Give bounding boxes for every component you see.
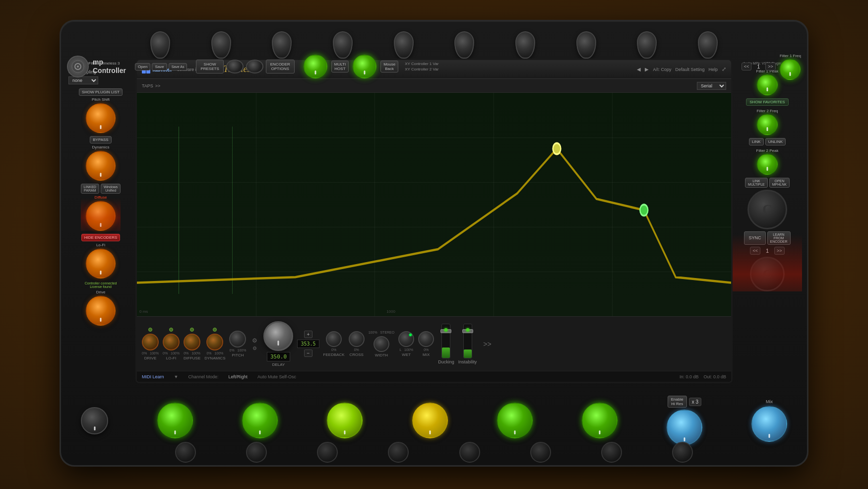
drive-knob-small[interactable] <box>142 334 159 350</box>
windows-unified-button[interactable]: WindowsUnified <box>101 184 121 194</box>
delay-knob-big[interactable] <box>263 321 293 351</box>
bottom-green-knob-4[interactable] <box>582 403 618 438</box>
instability-track[interactable] <box>463 324 472 358</box>
small-knob-bottom-7[interactable] <box>601 442 622 463</box>
delay-plus-button[interactable]: + <box>304 331 313 338</box>
expand-arrows[interactable]: >> <box>483 340 491 348</box>
diffuse-knob-small[interactable] <box>184 334 200 350</box>
filter2-freq-knob[interactable] <box>757 114 778 135</box>
diffuse-knob[interactable] <box>86 201 116 231</box>
top-knob-8[interactable] <box>576 31 596 59</box>
counter-2-display: << 1 >> <box>750 247 784 255</box>
show-favorites-button[interactable]: SHOW FAVORITES <box>746 98 788 106</box>
open-button[interactable]: Open <box>135 63 151 70</box>
cross-knob[interactable] <box>349 331 365 347</box>
oversampling-select[interactable]: none 2x 4x <box>68 76 98 84</box>
bottom-left-dark-knob[interactable] <box>81 407 108 434</box>
counter1-left-btn[interactable]: << <box>742 63 752 70</box>
linked-param-button[interactable]: LINKEDPARAM <box>81 184 99 194</box>
counter1-right-btn[interactable]: >> <box>765 63 776 70</box>
link-multiple-button[interactable]: LINKMULTIPLE <box>745 178 768 188</box>
lofi-knob-small[interactable] <box>163 334 180 350</box>
dropdown-arrow[interactable]: ▼ <box>174 374 179 379</box>
feedback-range: 0% <box>331 348 336 351</box>
small-knob-bottom-4[interactable] <box>388 442 409 463</box>
link-button[interactable]: LINK <box>749 138 764 145</box>
bypass-button[interactable]: BYPASS <box>90 136 111 143</box>
top-knob-1[interactable] <box>150 31 170 59</box>
filter2-peak-knob[interactable] <box>757 154 778 175</box>
feedback-knob[interactable] <box>326 331 342 347</box>
bottom-green-knob-2[interactable] <box>242 403 278 438</box>
top-knob-2[interactable] <box>211 31 231 59</box>
filter1-freq-section: Filter 1 Freq <box>780 54 801 80</box>
big-right-knob-2[interactable]: C <box>750 257 785 291</box>
dynamics-knob-small[interactable] <box>206 334 223 350</box>
filter2-peak-label: Filter 2 Peak <box>756 148 779 153</box>
save-as-button[interactable]: Save As <box>169 63 187 70</box>
top-knob-10[interactable] <box>698 31 718 59</box>
wet-knob[interactable] <box>398 331 414 347</box>
xy-controller-2-knob[interactable] <box>353 55 376 78</box>
dynamics-range: 0% 100% <box>206 351 223 355</box>
pitch-knob-small[interactable] <box>229 331 246 348</box>
counter2-left-btn[interactable]: << <box>750 247 760 255</box>
wet-led <box>409 334 412 336</box>
plugin-controls: 0% 100% DRIVE 0% 100% LO-FI <box>137 316 731 371</box>
serial-select[interactable]: Serial Parallel <box>697 82 726 90</box>
lo-fi-knob[interactable] <box>86 249 116 279</box>
bottom-yellow-knob[interactable] <box>412 403 448 438</box>
drive-knob[interactable] <box>86 296 116 326</box>
feedback-param: 0% FEEDBACK <box>323 331 345 357</box>
small-knob-bottom-6[interactable] <box>530 442 551 463</box>
settings-icon-2[interactable]: ⚙ <box>252 346 257 351</box>
unlink-button[interactable]: UNLINK <box>765 138 786 145</box>
right-bottom-section: LINKMULTIPLE OPENMPHLNK C SYNC LEARNFROM… <box>733 178 802 291</box>
show-presets-button[interactable]: SHOWPRESETS <box>196 60 223 73</box>
preset-knob-2[interactable] <box>246 60 263 73</box>
xy-controller-1-knob[interactable] <box>304 55 327 78</box>
midi-learn-button[interactable]: MIDI Learn <box>142 374 164 379</box>
small-knob-bottom-1[interactable] <box>175 442 196 463</box>
save-button[interactable]: Save <box>152 63 167 70</box>
big-right-knob[interactable]: C <box>747 190 787 229</box>
delay-minus-button[interactable]: − <box>304 349 313 357</box>
filter1-freq-knob[interactable] <box>780 59 801 80</box>
diffuse-label: Diffuse <box>95 195 107 200</box>
hide-encoders-button[interactable]: HIDE ENCODERS <box>81 234 121 241</box>
width-knob[interactable] <box>373 336 389 352</box>
bottom-blue-knob-2[interactable] <box>751 406 787 442</box>
dynamics-knob[interactable] <box>86 151 116 181</box>
instability-led <box>466 328 469 332</box>
ducking-track[interactable] <box>441 324 450 358</box>
top-knob-3[interactable] <box>272 31 292 59</box>
bottom-knob-green-1 <box>157 403 193 438</box>
multihost-button[interactable]: MULTI HOST <box>331 61 349 72</box>
taps-label: TAPS <box>142 83 153 88</box>
top-knobs-row <box>130 21 738 59</box>
small-knob-bottom-5[interactable] <box>459 442 480 463</box>
top-knob-6[interactable] <box>454 31 474 59</box>
top-knob-7[interactable] <box>515 31 535 59</box>
ducking-label: Ducking <box>438 359 454 364</box>
learn-from-encoder-button[interactable]: LEARNFROMENCODER <box>767 231 791 245</box>
counter2-right-btn[interactable]: >> <box>774 247 785 255</box>
preset-knob-1[interactable] <box>226 60 244 73</box>
bottom-green-knob-1[interactable] <box>157 403 193 438</box>
small-knob-bottom-8[interactable] <box>672 442 693 463</box>
mouse-back-button[interactable]: MouseBack <box>380 61 398 72</box>
small-knob-bottom-2[interactable] <box>246 442 267 463</box>
lofi-section: HIDE ENCODERS Lo-Fi <box>81 234 121 279</box>
open-mphlnk-button[interactable]: OPENMPHLNK <box>769 178 790 188</box>
mix-knob[interactable] <box>418 331 434 347</box>
top-knob-9[interactable] <box>637 31 657 59</box>
show-plugin-list-button[interactable]: SHOW PLUGIN LIST <box>79 88 123 96</box>
bottom-green-knob-3[interactable] <box>497 403 533 438</box>
settings-icon[interactable]: ⚙ <box>252 337 257 344</box>
enable-hi-res-button[interactable]: EnableHi Res <box>668 396 687 408</box>
encoder-options-button[interactable]: ENCODEROPTIONS <box>266 60 295 73</box>
bottom-yellow-green-knob[interactable] <box>327 403 363 438</box>
sync-button[interactable]: SYNC <box>744 231 765 245</box>
small-knob-bottom-3[interactable] <box>317 442 338 463</box>
pitch-shift-knob[interactable] <box>86 103 116 133</box>
